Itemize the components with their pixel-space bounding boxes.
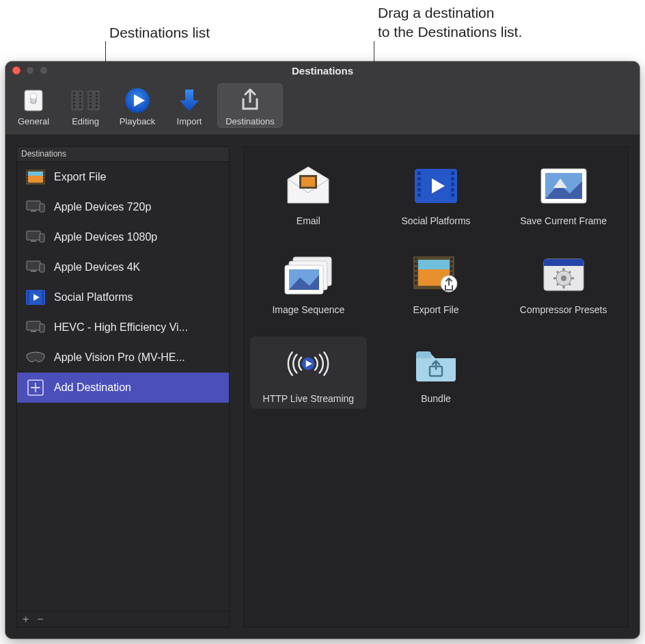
- svg-rect-31: [27, 173, 28, 174]
- gallery-tile-bundle[interactable]: Bundle: [379, 337, 494, 408]
- gallery-tile-hls[interactable]: HTTP Live Streaming: [251, 337, 366, 408]
- svg-rect-43: [27, 231, 40, 240]
- gallery-grid: Email Social Platforms: [251, 159, 621, 408]
- svg-rect-14: [79, 106, 81, 108]
- picture-icon: [536, 163, 591, 209]
- svg-rect-68: [417, 172, 421, 175]
- callout-gallery-label: Drag a destination to the Destinations l…: [378, 3, 522, 42]
- svg-rect-92: [415, 263, 417, 265]
- svg-rect-23: [96, 103, 98, 105]
- filmstrip-cut-icon: [68, 86, 102, 115]
- svg-rect-51: [27, 294, 29, 296]
- email-icon: [281, 163, 335, 209]
- svg-point-118: [561, 276, 566, 281]
- svg-rect-20: [96, 92, 98, 94]
- tab-destinations[interactable]: Destinations: [217, 83, 283, 128]
- svg-rect-52: [27, 297, 29, 299]
- remove-button[interactable]: −: [37, 613, 43, 626]
- svg-rect-29: [28, 172, 43, 176]
- share-icon: [238, 86, 262, 115]
- list-item-social[interactable]: Social Platforms: [17, 282, 229, 312]
- svg-rect-19: [90, 106, 92, 108]
- add-button[interactable]: +: [23, 613, 29, 626]
- svg-rect-95: [415, 277, 417, 280]
- list-item-label: Apple Devices 1080p: [54, 231, 157, 243]
- tab-label: General: [18, 116, 49, 126]
- compressor-icon: [536, 252, 591, 297]
- tab-editing[interactable]: Editing: [61, 83, 109, 128]
- svg-line-114: [569, 284, 571, 285]
- svg-rect-100: [450, 272, 453, 275]
- arrow-down-icon: [177, 86, 202, 115]
- svg-rect-94: [415, 272, 417, 275]
- svg-rect-32: [27, 176, 28, 177]
- svg-rect-97: [450, 258, 453, 260]
- video-play-icon: [409, 163, 463, 209]
- svg-rect-76: [451, 188, 454, 191]
- gallery-tile-email[interactable]: Email: [251, 159, 366, 230]
- svg-rect-30: [27, 170, 28, 172]
- tab-import[interactable]: Import: [165, 83, 213, 128]
- preferences-window: Destinations General: [5, 62, 640, 639]
- svg-rect-54: [27, 302, 29, 304]
- svg-rect-59: [42, 302, 44, 304]
- list-item-add-destination[interactable]: Add Destination: [17, 373, 229, 403]
- gallery-tile-compressor[interactable]: Compressor Presets: [506, 248, 621, 319]
- svg-rect-62: [31, 331, 36, 332]
- gallery-tile-image-sequence[interactable]: Image Sequence: [251, 248, 366, 319]
- svg-line-117: [557, 271, 558, 273]
- picture-stack-icon: [281, 252, 335, 297]
- list-item-apple-720p[interactable]: Apple Devices 720p: [17, 192, 229, 222]
- list-item-label: Social Platforms: [54, 291, 133, 304]
- svg-rect-13: [79, 103, 81, 105]
- svg-rect-37: [43, 176, 44, 177]
- tile-label: Export File: [413, 304, 459, 315]
- film-icon: [25, 168, 46, 186]
- svg-rect-72: [417, 193, 421, 197]
- gallery-tile-social[interactable]: Social Platforms: [379, 159, 494, 230]
- bundle-folder-icon: [409, 341, 463, 386]
- svg-rect-21: [96, 96, 98, 98]
- callout-text-line-2: to the Destinations list.: [378, 23, 522, 42]
- svg-rect-5: [73, 92, 75, 94]
- svg-rect-90: [418, 260, 450, 269]
- svg-rect-42: [40, 204, 44, 212]
- list-item-vision-pro[interactable]: Apple Vision Pro (MV-HE...: [17, 343, 229, 373]
- svg-rect-18: [90, 103, 92, 105]
- svg-rect-16: [90, 96, 92, 98]
- gallery-tile-save-frame[interactable]: Save Current Frame: [506, 159, 621, 230]
- video-play-icon: [25, 289, 46, 306]
- svg-rect-17: [90, 99, 92, 101]
- list-item-apple-1080p[interactable]: Apple Devices 1080p: [17, 222, 229, 252]
- svg-rect-70: [417, 183, 421, 186]
- svg-rect-35: [43, 170, 44, 172]
- sidebar-footer: + −: [17, 611, 229, 627]
- destination-gallery: Email Social Platforms: [243, 146, 629, 628]
- svg-rect-45: [40, 234, 44, 242]
- svg-rect-71: [417, 188, 421, 191]
- svg-rect-50: [27, 291, 29, 293]
- tab-playback[interactable]: Playback: [113, 83, 161, 128]
- toolbar: General Editing: [5, 79, 640, 135]
- svg-rect-69: [417, 177, 421, 180]
- list-item-apple-4k[interactable]: Apple Devices 4K: [17, 252, 229, 282]
- svg-rect-15: [90, 92, 92, 94]
- list-item-label: Export File: [54, 171, 106, 183]
- svg-rect-46: [27, 261, 40, 270]
- list-item-hevc[interactable]: HEVC - High Efficiency Vi...: [17, 312, 229, 343]
- list-item-export-file[interactable]: Export File: [17, 162, 229, 192]
- svg-line-116: [569, 271, 571, 273]
- destinations-sidebar: Destinations Export File: [16, 146, 230, 628]
- svg-rect-108: [553, 260, 555, 263]
- svg-rect-96: [415, 282, 417, 284]
- switch-icon: [22, 86, 45, 115]
- tab-general[interactable]: General: [10, 83, 57, 128]
- list-item-label: Apple Devices 720p: [54, 201, 151, 213]
- callout-text: Destinations list: [109, 25, 210, 40]
- svg-rect-11: [79, 96, 81, 98]
- svg-rect-4: [87, 90, 100, 111]
- vision-pro-icon: [25, 349, 46, 366]
- destinations-list: Export File Apple Devices 720p: [17, 162, 229, 611]
- svg-rect-33: [27, 178, 28, 180]
- gallery-tile-export-file[interactable]: Export File: [379, 248, 494, 319]
